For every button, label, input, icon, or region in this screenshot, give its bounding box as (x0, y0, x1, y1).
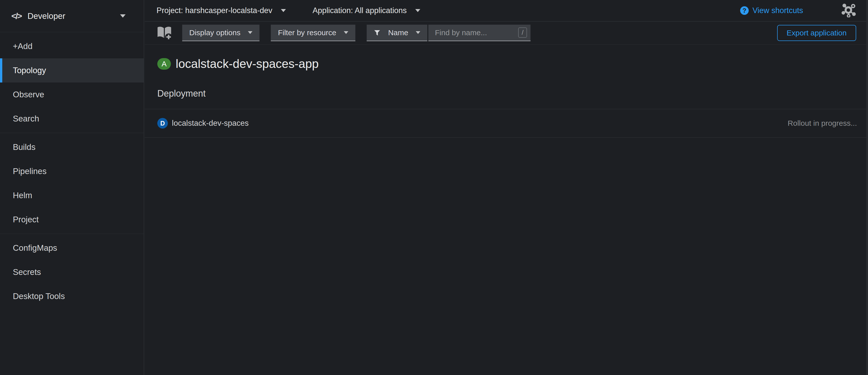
sidebar-item-label: Topology (13, 66, 46, 75)
topology-graph-icon[interactable] (841, 3, 857, 19)
application-group-header: A localstack-dev-spaces-app (157, 57, 868, 71)
application-name: localstack-dev-spaces-app (176, 57, 319, 71)
topology-list-view: A localstack-dev-spaces-app Deployment D… (145, 44, 868, 375)
project-selector[interactable]: Project: harshcasper-localsta-dev (157, 6, 286, 15)
sidebar-item-pipelines[interactable]: Pipelines (0, 159, 144, 183)
deployment-name: localstack-dev-spaces (172, 119, 249, 128)
sidebar-item-label: Search (13, 114, 39, 124)
view-shortcuts-link[interactable]: ? View shortcuts (740, 6, 803, 15)
sidebar-item-project[interactable]: Project (0, 207, 144, 232)
name-filter-label: Name (388, 28, 408, 37)
sidebar: </> Developer +Add Topology Observe Sear… (0, 0, 144, 375)
find-by-name-wrapper: / (428, 25, 530, 41)
export-application-button[interactable]: Export application (777, 25, 856, 41)
chevron-down-icon (281, 9, 286, 12)
sidebar-item-configmaps[interactable]: ConfigMaps (0, 236, 144, 260)
sidebar-item-observe[interactable]: Observe (0, 82, 144, 107)
find-by-name-input[interactable] (434, 28, 518, 37)
sidebar-item-label: ConfigMaps (13, 243, 57, 253)
name-filter-group: Name / (367, 25, 530, 41)
topology-toolbar: Display options Filter by resource Name … (145, 22, 868, 44)
display-options-label: Display options (189, 28, 240, 37)
deployment-badge: D (157, 118, 168, 129)
filter-funnel-icon (374, 29, 380, 36)
sidebar-item-builds[interactable]: Builds (0, 135, 144, 159)
sidebar-item-label: Project (13, 215, 39, 224)
chevron-down-icon (248, 31, 252, 34)
filter-by-resource-label: Filter by resource (278, 28, 336, 37)
nav-section-config: ConfigMaps Secrets Desktop Tools (0, 234, 144, 310)
application-selector-label: Application: All applications (313, 6, 407, 15)
sidebar-item-label: Helm (13, 191, 32, 200)
nav-section-build: Builds Pipelines Helm Project (0, 133, 144, 234)
chevron-down-icon (416, 31, 420, 34)
sidebar-item-label: Desktop Tools (13, 292, 65, 301)
project-selector-label: Project: harshcasper-localsta-dev (157, 6, 272, 15)
scrollbar[interactable] (866, 0, 868, 375)
book-plus-icon[interactable] (157, 25, 172, 40)
sidebar-item-label: Pipelines (13, 167, 46, 176)
sidebar-item-search[interactable]: Search (0, 107, 144, 131)
perspective-label: Developer (27, 11, 65, 21)
chevron-down-icon (120, 14, 126, 18)
perspective-switcher[interactable]: </> Developer (0, 0, 144, 32)
sidebar-item-helm[interactable]: Helm (0, 183, 144, 207)
console-root: </> Developer +Add Topology Observe Sear… (0, 0, 868, 375)
deployment-row[interactable]: D localstack-dev-spaces Rollout in progr… (145, 109, 868, 138)
rollout-status: Rollout in progress... (788, 119, 857, 128)
sidebar-item-label: +Add (13, 41, 32, 51)
name-filter-dropdown[interactable]: Name (367, 25, 427, 41)
question-circle-icon: ? (740, 6, 749, 15)
slash-shortcut-hint: / (518, 27, 527, 38)
sidebar-item-add[interactable]: +Add (0, 34, 144, 58)
resource-kind-heading: Deployment (157, 88, 868, 99)
sidebar-item-secrets[interactable]: Secrets (0, 260, 144, 284)
nav-section-main: +Add Topology Observe Search (0, 32, 144, 133)
chevron-down-icon (415, 9, 420, 12)
filter-by-resource-dropdown[interactable]: Filter by resource (271, 25, 355, 41)
sidebar-item-label: Observe (13, 90, 44, 99)
application-selector[interactable]: Application: All applications (313, 6, 420, 15)
display-options-dropdown[interactable]: Display options (182, 25, 259, 41)
code-icon: </> (11, 11, 21, 21)
sidebar-item-desktop-tools[interactable]: Desktop Tools (0, 284, 144, 308)
context-bar: Project: harshcasper-localsta-dev Applic… (145, 0, 868, 22)
sidebar-item-topology[interactable]: Topology (0, 58, 144, 82)
sidebar-item-label: Builds (13, 142, 35, 152)
chevron-down-icon (344, 31, 348, 34)
sidebar-item-label: Secrets (13, 267, 41, 277)
application-badge: A (157, 58, 171, 70)
view-shortcuts-label: View shortcuts (752, 6, 803, 15)
